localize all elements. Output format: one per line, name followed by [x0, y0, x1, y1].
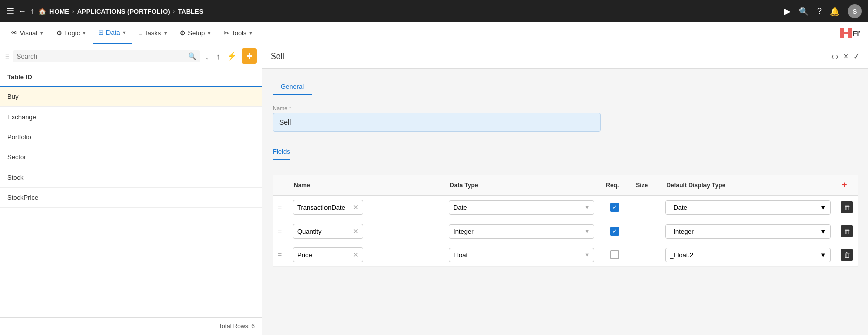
default-display-arrow-3: ▼: [820, 251, 826, 259]
setup-dropdown-arrow: ▼: [207, 31, 211, 36]
datatype-value-1: Date: [453, 204, 467, 211]
datatype-arrow-2: ▼: [584, 228, 590, 234]
field-row-transactiondate: = TransactionDate ✕ Date ▼: [273, 196, 858, 219]
global-search-button[interactable]: 🔍: [799, 7, 809, 16]
tab-fields[interactable]: Fields: [273, 144, 290, 160]
datatype-select-3[interactable]: Float ▼: [449, 248, 594, 262]
nav-tasks[interactable]: ≡ Tasks ▼: [134, 22, 173, 44]
lightning-button[interactable]: ⚡: [225, 49, 239, 63]
svg-marker-0: [840, 28, 852, 38]
default-display-select-1[interactable]: _Date ▼: [665, 200, 831, 215]
add-table-button[interactable]: +: [242, 48, 257, 64]
clear-name-1[interactable]: ✕: [353, 203, 359, 211]
default-display-select-2[interactable]: _Integer ▼: [665, 224, 831, 239]
size-cell-1: [630, 196, 660, 219]
setup-icon: ⚙: [180, 29, 186, 37]
delete-cell-2: 🗑: [836, 219, 858, 243]
table-row-portfolio[interactable]: Portfolio: [0, 127, 262, 147]
notifications-button[interactable]: 🔔: [830, 7, 840, 16]
filter-icon[interactable]: ≡: [5, 52, 10, 61]
col-add[interactable]: +: [836, 175, 858, 196]
table-row-buy[interactable]: Buy: [0, 87, 262, 107]
nav-setup[interactable]: ⚙ Setup ▼: [175, 22, 216, 44]
table-row-stockprice[interactable]: StockPrice: [0, 188, 262, 208]
search-input[interactable]: [17, 52, 185, 60]
drag-handle-2[interactable]: =: [273, 219, 288, 243]
hamburger-menu[interactable]: ☰: [6, 6, 14, 17]
field-name-value-3[interactable]: Price: [297, 251, 312, 259]
data-dropdown-arrow: ▼: [122, 30, 127, 35]
name-label: Name *: [273, 105, 858, 111]
drag-handle-1[interactable]: =: [273, 196, 288, 219]
size-cell-2: [630, 219, 660, 243]
req-checkbox-2[interactable]: ✓: [605, 227, 625, 236]
name-cell-3: Price ✕: [288, 243, 444, 267]
right-panel: Sell ‹ › × ✓ General Name *: [262, 44, 868, 335]
fields-table: Name Data Type Req. Size Default Display…: [273, 175, 858, 267]
visual-icon: 👁: [11, 29, 18, 37]
delete-cell-1: 🗑: [836, 196, 858, 219]
size-cell-3: [630, 243, 660, 267]
panel-body: General Name * Fields Name Dat: [262, 69, 868, 335]
tools-dropdown-arrow: ▼: [249, 31, 253, 36]
nav-visual[interactable]: 👁 Visual ▼: [6, 22, 49, 44]
default-display-cell-2: _Integer ▼: [660, 219, 836, 243]
default-display-value-3: _Float.2: [670, 251, 693, 259]
table-row-exchange[interactable]: Exchange: [0, 107, 262, 127]
default-display-cell-3: _Float.2 ▼: [660, 243, 836, 267]
datatype-arrow-3: ▼: [584, 252, 590, 258]
user-avatar[interactable]: S: [848, 4, 862, 18]
breadcrumb-home[interactable]: HOME: [49, 8, 69, 15]
confirm-button[interactable]: ✓: [853, 51, 860, 61]
nav-arrows: ‹ ›: [831, 52, 839, 61]
download-button[interactable]: ↓: [203, 50, 211, 63]
req-checkbox-3[interactable]: [605, 250, 625, 259]
back-button[interactable]: ←: [18, 7, 26, 16]
next-button[interactable]: ›: [836, 52, 838, 61]
breadcrumb-arrow-2: ›: [173, 8, 175, 14]
close-button[interactable]: ×: [844, 52, 848, 61]
datatype-select-2[interactable]: Integer ▼: [449, 224, 594, 239]
up-button[interactable]: ↑: [30, 7, 34, 16]
upload-button[interactable]: ↑: [214, 50, 223, 63]
home-icon: 🏠: [38, 8, 46, 15]
fields-section: Fields: [273, 144, 858, 169]
datatype-cell-1: Date ▼: [444, 196, 600, 219]
delete-field-2[interactable]: 🗑: [841, 225, 853, 237]
name-input[interactable]: [273, 113, 601, 132]
tab-general[interactable]: General: [273, 79, 312, 95]
default-display-select-3[interactable]: _Float.2 ▼: [665, 248, 831, 262]
datatype-value-2: Integer: [453, 228, 473, 235]
breadcrumb-portfolio[interactable]: APPLICATIONS (PORTFOLIO): [77, 8, 170, 15]
delete-field-3[interactable]: 🗑: [841, 249, 853, 261]
col-datatype: Data Type: [444, 175, 600, 196]
table-row-stock[interactable]: Stock: [0, 167, 262, 188]
field-name-input-1: TransactionDate ✕: [293, 200, 363, 215]
delete-field-1[interactable]: 🗑: [841, 201, 853, 213]
req-cell-2: ✓: [600, 219, 630, 243]
nav-tools[interactable]: ✂ Tools ▼: [219, 22, 258, 44]
req-checkbox-1[interactable]: ✓: [605, 203, 625, 212]
table-row-sector[interactable]: Sector: [0, 147, 262, 167]
field-row-quantity: = Quantity ✕ Integer ▼: [273, 219, 858, 243]
nav-data[interactable]: ⊞ Data ▼: [93, 22, 131, 44]
data-icon: ⊞: [98, 29, 104, 36]
datatype-select-1[interactable]: Date ▼: [449, 200, 594, 215]
panel-title: Sell: [270, 52, 284, 61]
play-button[interactable]: ▶: [784, 6, 791, 17]
field-name-value-2[interactable]: Quantity: [297, 228, 321, 235]
field-name-value-1[interactable]: TransactionDate: [297, 204, 345, 211]
add-field-button[interactable]: +: [842, 180, 847, 190]
sidebar: ≡ 🔍 ↓ ↑ ⚡ + Table ID Buy Exchange Portfo…: [0, 44, 262, 335]
breadcrumb-tables[interactable]: TABLES: [178, 8, 203, 15]
name-section: Name *: [273, 105, 858, 132]
col-handle: [273, 175, 288, 196]
prev-button[interactable]: ‹: [831, 52, 834, 61]
drag-handle-3[interactable]: =: [273, 243, 288, 267]
clear-name-2[interactable]: ✕: [353, 227, 359, 235]
clear-name-3[interactable]: ✕: [353, 251, 359, 259]
name-cell-2: Quantity ✕: [288, 219, 444, 243]
sidebar-toolbar: ≡ 🔍 ↓ ↑ ⚡ +: [0, 44, 262, 68]
nav-logic[interactable]: ⚙ Logic ▼: [51, 22, 91, 44]
help-button[interactable]: ?: [817, 7, 822, 16]
